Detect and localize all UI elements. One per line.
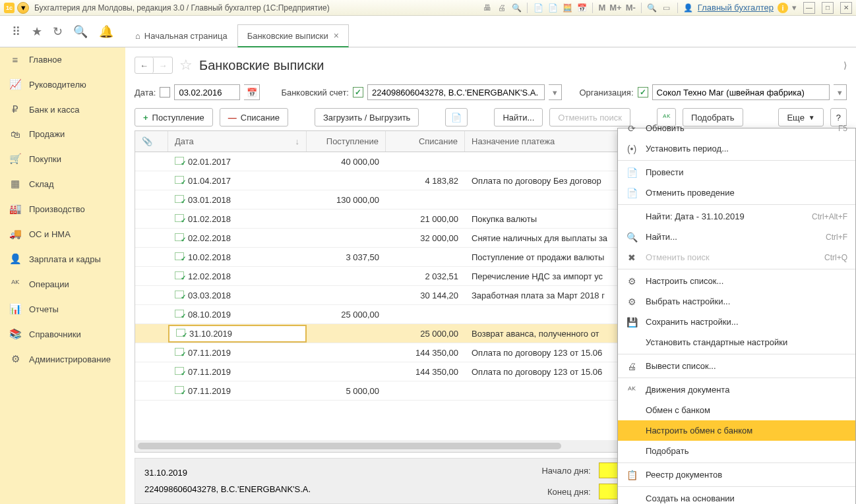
menu-icon-3: 📄 [626,167,638,178]
income-button[interactable]: +Поступление [135,108,213,126]
sidebar-item-8[interactable]: 👤Зарплата и кадры [0,246,125,271]
sidebar-item-0[interactable]: ≡Главное [0,47,125,72]
sidebar-item-2[interactable]: ₽Банк и касса [0,97,125,122]
date-checkbox[interactable] [160,87,170,98]
menu-item-19[interactable]: Настроить обмен с банком [618,420,855,441]
org-checkbox[interactable]: ✓ [638,87,648,98]
info-icon[interactable]: i [778,3,788,13]
apps-icon[interactable]: ⠿ [12,24,20,39]
window-mode-icon[interactable]: ▭ [661,3,672,13]
menu-item-24[interactable]: Создать на основании [618,488,855,504]
sidebar-item-9[interactable]: ᴬᴷОперации [0,271,125,296]
menu-item-18[interactable]: Обмен с банком [618,400,855,420]
menu-item-12[interactable]: 💾Сохранить настройки... [618,312,855,332]
find-button[interactable]: Найти... [494,108,543,126]
minimize-button[interactable]: — [803,2,815,14]
doc1-icon[interactable]: 📄 [533,3,543,13]
bank-checkbox[interactable]: ✓ [353,87,363,98]
sidebar-icon-8: 👤 [9,253,21,265]
col-date[interactable]: Дата↓ [168,131,307,152]
zoom-icon[interactable]: 🔍 [647,3,657,13]
cell-outcome: 32 000,00 [386,231,465,246]
menu-item-6[interactable]: Найти: Дата - 31.10.2019Ctrl+Alt+F [618,206,855,227]
print-icon[interactable]: 🖨 [497,3,507,13]
print-preview-icon[interactable]: 🖶 [482,3,493,13]
load-unload-button[interactable]: Загрузить / Выгрузить [315,108,419,126]
menu-item-22[interactable]: 📋Реестр документов [618,464,855,485]
calc-icon[interactable]: 🧮 [562,3,572,13]
org-combo[interactable]: Сокол Техно Маг (швейная фабрика) [652,84,830,100]
info-chevron-icon[interactable]: ▾ [792,3,797,13]
search-icon[interactable]: 🔍 [73,24,88,39]
menu-shortcut-7: Ctrl+F [826,233,847,242]
favorites-icon[interactable]: ★ [32,24,42,39]
menu-item-15[interactable]: 🖨Вывести список... [618,356,855,376]
menu-item-7[interactable]: 🔍Найти...Ctrl+F [618,227,855,247]
cell-date: 03.03.2018 [168,288,307,303]
menu-item-0[interactable]: ⟳ОбновитьF5 [618,118,855,138]
date-picker-button[interactable]: 📅 [244,84,260,100]
sidebar-item-4[interactable]: 🛒Покупки [0,146,125,171]
app-menu-button[interactable]: ▾ [17,2,29,14]
favorite-star-icon[interactable]: ☆ [179,57,193,74]
memory-mminus[interactable]: M- [626,3,636,13]
menu-item-13[interactable]: Установить стандартные настройки [618,332,855,352]
forward-button[interactable]: → [154,57,172,73]
sidebar-item-11[interactable]: 📚Справочники [0,322,125,347]
menu-shortcut-0: F5 [838,124,847,133]
menu-item-20[interactable]: Подобрать [618,441,855,461]
calendar-icon[interactable]: 📅 [576,3,587,13]
sidebar-item-7[interactable]: 🚚ОС и НМА [0,221,125,246]
tab-home-label: Начальная страница [144,31,228,41]
bank-account-combo[interactable]: 224098606043278, B.C.'ENERGBANK'S.A. [367,84,545,100]
cell-date: 02.01.2017 [168,154,307,169]
bank-combo-dropdown-button[interactable]: ▾ [549,84,562,100]
sidebar-icon-5: ▦ [9,178,21,190]
search-global-icon[interactable]: 🔍 [511,3,522,13]
outcome-button[interactable]: —Списание [220,108,288,126]
menu-item-1[interactable]: (•)Установить период... [618,138,855,159]
back-button[interactable]: ← [135,57,154,73]
sidebar-icon-1: 📈 [9,78,21,90]
sidebar-item-5[interactable]: ▦Склад [0,171,125,196]
maximize-button[interactable]: □ [822,2,834,14]
date-input[interactable] [174,84,240,100]
sidebar-item-10[interactable]: 📊Отчеты [0,296,125,322]
col-mark[interactable]: 📎 [135,131,168,152]
menu-label-17: Движения документа [646,385,847,395]
sidebar-item-12[interactable]: ⚙Администрирование [0,347,125,372]
sidebar-item-1[interactable]: 📈Руководителю [0,72,125,97]
tab-bank-statements[interactable]: Банковские выписки × [237,24,349,47]
menu-label-3: Провести [646,167,847,177]
refresh-doc-button[interactable]: 📄 [445,108,468,126]
doc-icon [175,310,184,318]
sidebar-item-3[interactable]: 🛍Продажи [0,122,125,146]
tab-close-icon[interactable]: × [334,30,339,41]
col-income[interactable]: Поступление [307,131,386,152]
menu-icon-22: 📋 [626,470,638,480]
menu-item-11[interactable]: ⚙Выбрать настройки... [618,291,855,312]
user-link[interactable]: Главный бухгалтер [698,3,774,13]
page-menu-chevron-icon[interactable]: ⟩ [843,60,847,70]
memory-m[interactable]: M [598,3,605,13]
sidebar-icon-10: 📊 [9,303,21,315]
col-outcome[interactable]: Списание [386,131,465,152]
memory-mplus[interactable]: M+ [609,3,621,13]
menu-item-3[interactable]: 📄Провести [618,162,855,182]
menu-label-24: Создать на основании [646,493,847,503]
menu-item-10[interactable]: ⚙Настроить список... [618,271,855,291]
close-button[interactable]: ✕ [840,2,852,14]
menu-item-4[interactable]: 📄Отменить проведение [618,182,855,203]
notifications-icon[interactable]: 🔔 [99,24,113,39]
history-icon[interactable]: ↻ [53,24,63,39]
sidebar-item-6[interactable]: 🏭Производство [0,196,125,221]
doc2-icon[interactable]: 📄 [547,3,558,13]
org-combo-dropdown-button[interactable]: ▾ [834,84,847,100]
cell-income [307,216,386,221]
menu-item-17[interactable]: ᴬᴷДвижения документа [618,379,855,400]
menu-label-20: Подобрать [646,446,847,456]
cell-income: 40 000,00 [307,154,386,169]
minus-icon: — [228,113,237,123]
cell-outcome: 144 350,00 [386,364,465,379]
tab-home[interactable]: ⌂ Начальная страница [125,25,237,47]
